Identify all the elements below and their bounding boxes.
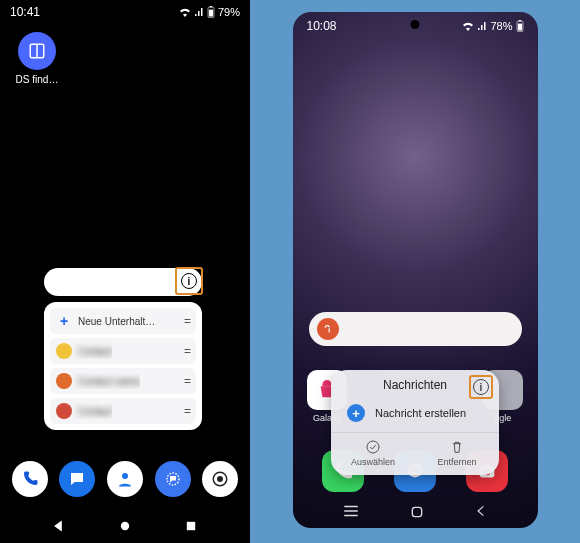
clock: 10:08 xyxy=(307,19,337,33)
svg-rect-27 xyxy=(412,507,421,516)
svg-point-15 xyxy=(328,327,329,328)
widget-row-conversation[interactable]: Contact = xyxy=(50,338,196,364)
system-nav-bar xyxy=(0,519,250,533)
status-icons: 78% xyxy=(462,20,523,32)
widget-row-label: Contact xyxy=(78,346,112,357)
phone-right: 10:08 78% Galaxy xyxy=(293,12,538,528)
signal-icon xyxy=(477,21,487,31)
popup-compose-label: Nachricht erstellen xyxy=(375,407,466,419)
widget-info-highlight[interactable]: i xyxy=(175,267,203,295)
drag-handle-icon[interactable]: = xyxy=(184,344,190,358)
svg-rect-12 xyxy=(518,20,520,21)
app-label: DS find… xyxy=(10,74,64,85)
battery-icon xyxy=(207,6,215,18)
nav-home-button[interactable] xyxy=(409,504,425,520)
popup-info-highlight[interactable]: i xyxy=(469,375,493,399)
nav-back-button[interactable] xyxy=(52,519,66,533)
svg-point-16 xyxy=(367,441,379,453)
info-icon: i xyxy=(473,379,489,395)
info-icon: i xyxy=(181,273,197,289)
dock-camera[interactable] xyxy=(202,461,238,497)
search-input[interactable] xyxy=(347,322,514,336)
messages-widget-preview: i + Neue Unterhalt… = Contact = xyxy=(44,268,202,430)
search-bar[interactable] xyxy=(309,312,522,346)
dock-contacts[interactable] xyxy=(107,461,143,497)
popup-bottom-actions: Auswählen Entfernen xyxy=(331,432,499,475)
nav-recent-button[interactable] xyxy=(342,504,360,520)
dock-phone[interactable] xyxy=(12,461,48,497)
status-bar: 10:41 79% xyxy=(0,0,250,20)
widget-row-label: Neue Unterhalt… xyxy=(78,316,155,327)
phone-left: 10:41 79% DS find… i + Neue Unterhalt… xyxy=(0,0,250,543)
widget-row-new[interactable]: + Neue Unterhalt… = xyxy=(50,308,196,334)
drag-handle-icon[interactable]: = xyxy=(184,374,190,388)
signal-app-icon xyxy=(164,470,182,488)
plus-icon: + xyxy=(347,404,365,422)
battery-text: 78% xyxy=(490,20,512,32)
svg-point-14 xyxy=(321,323,334,336)
trash-icon xyxy=(449,439,465,455)
battery-icon xyxy=(516,20,524,32)
wifi-icon xyxy=(179,7,191,17)
avatar xyxy=(56,403,72,419)
action-label: Auswählen xyxy=(351,457,395,467)
drag-handle-icon[interactable]: = xyxy=(184,314,190,328)
dock-signal-app[interactable] xyxy=(155,461,191,497)
messages-context-popup: Nachrichten i + Nachricht erstellen Ausw… xyxy=(331,370,499,475)
svg-point-9 xyxy=(121,522,129,530)
phone-icon xyxy=(21,470,39,488)
widget-row-label: Contact name xyxy=(78,376,140,387)
dock xyxy=(0,461,250,497)
nav-home-button[interactable] xyxy=(118,519,132,533)
check-circle-icon xyxy=(365,439,381,455)
app-shortcut-ds-find[interactable]: DS find… xyxy=(10,32,64,85)
svg-rect-1 xyxy=(210,6,212,7)
svg-point-5 xyxy=(122,473,128,479)
avatar xyxy=(56,343,72,359)
status-icons: 79% xyxy=(179,6,240,18)
ds-find-icon xyxy=(18,32,56,70)
avatar xyxy=(56,373,72,389)
popup-action-remove[interactable]: Entfernen xyxy=(415,433,499,475)
clock: 10:41 xyxy=(10,5,40,19)
camera-hole xyxy=(411,20,420,29)
contacts-icon xyxy=(116,470,134,488)
signal-icon xyxy=(194,7,204,17)
system-nav-bar xyxy=(293,504,538,520)
widget-row-conversation[interactable]: Contact name = xyxy=(50,368,196,394)
widget-header-bar[interactable]: i xyxy=(44,268,202,296)
right-background: 10:08 78% Galaxy xyxy=(250,0,580,543)
svg-point-8 xyxy=(217,476,223,482)
battery-text: 79% xyxy=(218,6,240,18)
popup-action-select[interactable]: Auswählen xyxy=(331,433,415,475)
plus-icon: + xyxy=(56,313,72,329)
dock-messages[interactable] xyxy=(59,461,95,497)
camera-icon xyxy=(211,470,229,488)
wifi-icon xyxy=(462,21,474,31)
nav-back-button[interactable] xyxy=(474,504,488,520)
popup-header: Nachrichten i xyxy=(331,370,499,398)
popup-compose-row[interactable]: + Nachricht erstellen xyxy=(331,398,499,432)
messages-icon xyxy=(68,470,86,488)
nav-recent-button[interactable] xyxy=(184,519,198,533)
widget-row-label: Contact xyxy=(78,406,112,417)
svg-rect-13 xyxy=(517,24,521,31)
widget-row-conversation[interactable]: Contact = xyxy=(50,398,196,424)
svg-rect-10 xyxy=(187,522,195,530)
drag-handle-icon[interactable]: = xyxy=(184,404,190,418)
duckduckgo-icon xyxy=(317,318,339,340)
popup-title: Nachrichten xyxy=(383,378,447,392)
svg-rect-2 xyxy=(209,10,213,17)
action-label: Entfernen xyxy=(437,457,476,467)
widget-body: + Neue Unterhalt… = Contact = Contact na… xyxy=(44,302,202,430)
